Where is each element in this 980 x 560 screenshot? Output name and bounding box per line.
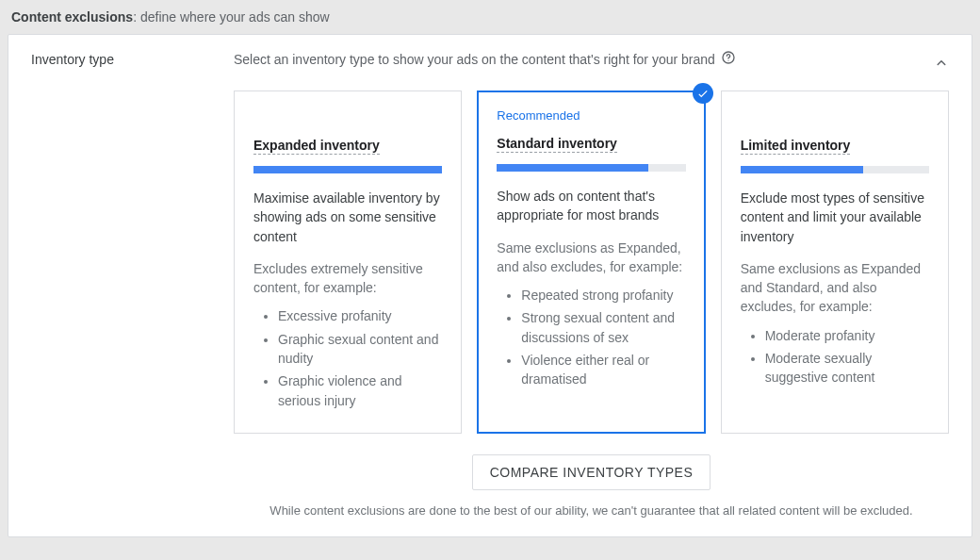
section-label: Inventory type	[31, 50, 234, 518]
selected-check-icon	[693, 83, 713, 104]
section-description-row: Select an inventory type to show your ad…	[234, 50, 949, 68]
collapse-toggle[interactable]	[930, 52, 953, 74]
card-title: Limited inventory	[741, 138, 851, 155]
inventory-card-expanded-inventory[interactable]: Expanded inventoryMaximise available inv…	[234, 91, 462, 434]
inventory-card-standard-inventory[interactable]: RecommendedStandard inventoryShow ads on…	[477, 91, 705, 434]
list-item: Moderate profanity	[765, 326, 929, 345]
list-item: Graphic sexual content and nudity	[278, 330, 442, 369]
list-item: Graphic violence and serious injury	[278, 371, 442, 410]
section-description: Select an inventory type to show your ad…	[234, 52, 715, 67]
inventory-bar	[497, 164, 685, 172]
list-item: Violence either real or dramatised	[521, 351, 685, 389]
card-subtitle: Exclude most types of sensitive content …	[741, 189, 929, 246]
page-header: Content exclusions: define where your ad…	[0, 0, 980, 34]
card-title: Standard inventory	[497, 136, 617, 153]
inventory-bar	[741, 166, 929, 173]
card-subtitle: Show ads on content that's appropriate f…	[497, 187, 685, 225]
inventory-cards: Expanded inventoryMaximise available inv…	[234, 91, 949, 434]
svg-point-1	[727, 60, 728, 61]
page-title-rest: : define where your ads can show	[133, 9, 330, 25]
inventory-bar-fill	[741, 166, 863, 173]
card-exclusion-intro: Same exclusions as Expanded and Standard…	[741, 259, 929, 317]
inventory-type-section: Inventory type Select an inventory type …	[31, 50, 949, 518]
card-exclusion-intro: Same exclusions as Expanded, and also ex…	[497, 239, 685, 277]
inventory-bar	[253, 166, 442, 173]
list-item: Moderate sexually suggestive content	[765, 349, 929, 387]
help-icon[interactable]	[721, 50, 736, 68]
chevron-up-icon	[933, 55, 950, 72]
disclaimer-text: While content exclusions are done to the…	[234, 503, 949, 518]
inventory-bar-fill	[253, 166, 442, 173]
inventory-bar-fill	[497, 164, 647, 172]
card-title: Expanded inventory	[253, 138, 380, 155]
card-subtitle: Maximise available inventory by showing …	[253, 189, 442, 246]
card-bullet-list: Repeated strong profanityStrong sexual c…	[497, 286, 685, 388]
list-item: Excessive profanity	[278, 306, 442, 325]
list-item: Strong sexual content and discussions of…	[521, 308, 685, 347]
recommended-label: Recommended	[497, 108, 685, 123]
compare-inventory-types-button[interactable]: COMPARE INVENTORY TYPES	[472, 454, 711, 490]
inventory-card-limited-inventory[interactable]: Limited inventoryExclude most types of s…	[721, 91, 949, 434]
card-bullet-list: Excessive profanityGraphic sexual conten…	[253, 306, 442, 409]
list-item: Repeated strong profanity	[521, 286, 685, 305]
page-title-bold: Content exclusions	[11, 9, 133, 25]
section-body: Select an inventory type to show your ad…	[234, 50, 949, 518]
card-bullet-list: Moderate profanityModerate sexually sugg…	[741, 326, 929, 387]
card-exclusion-intro: Excludes extremely sensitive content, fo…	[253, 259, 442, 298]
settings-panel: Inventory type Select an inventory type …	[8, 34, 972, 537]
